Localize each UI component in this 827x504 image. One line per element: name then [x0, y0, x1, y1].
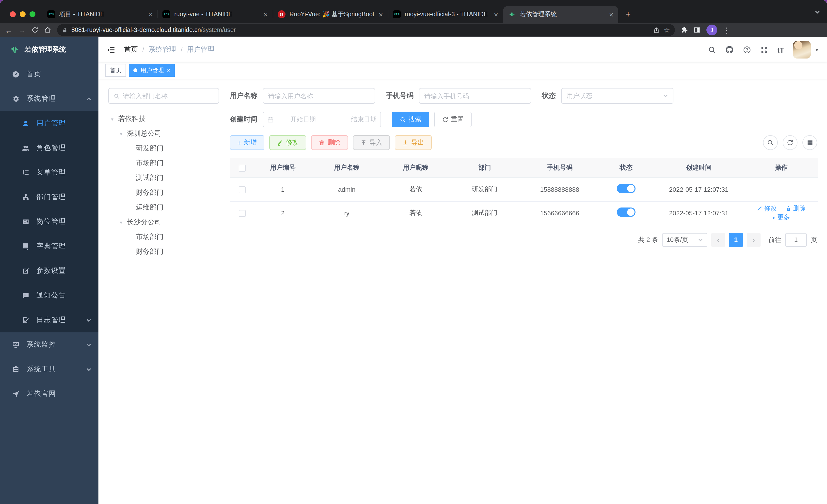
import-button[interactable]: 导入: [353, 135, 390, 150]
date-range-picker[interactable]: 开始日期 - 结束日期: [263, 112, 381, 127]
table-row[interactable]: 2 ry 若依 测试部门 15666666666 2022-05-17 12:0…: [230, 201, 818, 225]
caret-down-icon[interactable]: ▾: [109, 116, 115, 122]
tab-search-chevron-icon[interactable]: [815, 8, 820, 17]
breadcrumb-home[interactable]: 首页: [124, 45, 138, 54]
caret-down-icon[interactable]: ▾: [118, 131, 124, 136]
toggle-search-button[interactable]: [763, 135, 778, 150]
tree-node[interactable]: 财务部门: [108, 244, 219, 259]
user-avatar[interactable]: [793, 41, 811, 58]
tab-close-icon[interactable]: ×: [148, 11, 153, 18]
browser-tab-1[interactable]: <t> 项目 - TITANIDE ×: [42, 6, 157, 22]
tree-node[interactable]: 市场部门: [108, 156, 219, 171]
refresh-table-button[interactable]: [783, 135, 797, 150]
tag-close-icon[interactable]: ×: [167, 67, 170, 74]
sidebar-item-post[interactable]: 岗位管理: [0, 210, 98, 234]
export-button[interactable]: 导出: [395, 135, 432, 150]
dept-search-input[interactable]: [123, 92, 214, 100]
tree-node[interactable]: 财务部门: [108, 185, 219, 200]
fullscreen-icon[interactable]: [760, 46, 768, 54]
breadcrumb-user[interactable]: 用户管理: [187, 45, 214, 54]
share-icon[interactable]: [653, 27, 660, 33]
help-icon[interactable]: [743, 46, 751, 54]
back-button[interactable]: ←: [5, 26, 12, 34]
row-delete-link[interactable]: 删除: [786, 204, 806, 213]
browser-tab-3[interactable]: G RuoYi-Vue: 🎉 基于SpringBoot ×: [273, 6, 388, 22]
tab-close-icon[interactable]: ×: [379, 11, 383, 18]
status-toggle[interactable]: [617, 208, 635, 217]
tab-close-icon[interactable]: ×: [263, 11, 268, 18]
next-page-button[interactable]: ›: [747, 233, 761, 246]
reset-button[interactable]: 重置: [434, 112, 472, 127]
phone-input[interactable]: [424, 92, 526, 100]
page-1-button[interactable]: 1: [729, 233, 743, 246]
bookmark-star-icon[interactable]: ☆: [664, 26, 670, 34]
status-toggle[interactable]: [617, 184, 635, 193]
browser-tab-active[interactable]: 若依管理系统 ×: [503, 6, 618, 22]
tree-node[interactable]: 研发部门: [108, 141, 219, 156]
home-button[interactable]: [44, 26, 51, 34]
sidebar-item-config[interactable]: 参数设置: [0, 259, 98, 283]
kebab-menu-icon[interactable]: ⋮: [723, 26, 731, 34]
username-field[interactable]: [263, 88, 375, 104]
close-window-button[interactable]: [10, 11, 16, 17]
address-bar[interactable]: 8081-ruoyi-vue-official-3-demo.cloud.tit…: [57, 24, 675, 36]
font-size-icon[interactable]: tT: [777, 46, 784, 54]
new-tab-button[interactable]: +: [621, 7, 635, 21]
browser-tab-4[interactable]: <t> ruoyi-vue-official-3 - TITANIDE ×: [388, 6, 503, 22]
sidebar-item-system[interactable]: 系统管理: [0, 87, 98, 111]
table-row[interactable]: 1 admin 若依 研发部门 15888888888 2022-05-17 1…: [230, 177, 818, 201]
tree-node[interactable]: 市场部门: [108, 230, 219, 244]
select-all-checkbox[interactable]: [239, 164, 246, 171]
tag-user-active[interactable]: 用户管理 ×: [129, 64, 175, 77]
sidebar-item-dict[interactable]: 字典管理: [0, 234, 98, 259]
delete-button[interactable]: 删除: [311, 135, 348, 150]
status-select[interactable]: 用户状态: [561, 88, 673, 104]
columns-grid-button[interactable]: [802, 135, 817, 150]
tab-close-icon[interactable]: ×: [609, 11, 613, 18]
tree-node[interactable]: ▾深圳总公司: [108, 126, 219, 141]
row-checkbox[interactable]: [239, 210, 246, 217]
row-checkbox[interactable]: [239, 186, 246, 193]
edit-button[interactable]: 修改: [269, 135, 306, 150]
sidebar-item-menu[interactable]: 菜单管理: [0, 160, 98, 185]
sidebar-item-dept[interactable]: 部门管理: [0, 185, 98, 210]
minimize-window-button[interactable]: [20, 11, 26, 17]
dept-search-box[interactable]: [108, 88, 219, 104]
url-text[interactable]: 8081-ruoyi-vue-official-3-demo.cloud.tit…: [71, 26, 649, 34]
sidebar-item-monitor[interactable]: 系统监控: [0, 332, 98, 357]
sidebar-item-site[interactable]: 若依官网: [0, 382, 98, 406]
tag-home[interactable]: 首页: [105, 64, 126, 77]
sidebar-item-home[interactable]: 首页: [0, 62, 98, 87]
sidebar-item-role[interactable]: 角色管理: [0, 136, 98, 160]
caret-down-icon[interactable]: ▾: [118, 220, 124, 225]
phone-field[interactable]: [419, 88, 531, 104]
tree-node[interactable]: 运维部门: [108, 200, 219, 215]
breadcrumb-system[interactable]: 系统管理: [149, 45, 176, 54]
start-date[interactable]: 开始日期: [290, 115, 316, 124]
page-size-select[interactable]: 10条/页: [662, 233, 708, 246]
sidebar-item-log[interactable]: 日志管理: [0, 308, 98, 332]
window-controls[interactable]: [4, 6, 42, 22]
tree-node[interactable]: ▾若依科技: [108, 112, 219, 126]
goto-page-input[interactable]: [785, 233, 807, 246]
extensions-puzzle-icon[interactable]: [681, 26, 688, 34]
header-search-icon[interactable]: [708, 46, 716, 54]
row-edit-link[interactable]: 修改: [757, 204, 777, 213]
avatar-caret-icon[interactable]: ▾: [816, 47, 818, 52]
browser-tab-2[interactable]: <t> ruoyi-vue - TITANIDE ×: [157, 6, 273, 22]
tab-close-icon[interactable]: ×: [494, 11, 498, 18]
row-more-link[interactable]: »更多: [772, 213, 790, 222]
maximize-window-button[interactable]: [30, 11, 36, 17]
search-button[interactable]: 搜索: [392, 112, 429, 127]
github-icon[interactable]: [725, 45, 734, 54]
username-input[interactable]: [268, 92, 370, 100]
forward-button[interactable]: →: [18, 26, 26, 34]
add-button[interactable]: + 新增: [230, 135, 264, 150]
reload-button[interactable]: [32, 26, 38, 34]
end-date[interactable]: 结束日期: [351, 115, 377, 124]
browser-profile-avatar[interactable]: J: [707, 24, 717, 36]
sidebar-item-tool[interactable]: 系统工具: [0, 357, 98, 382]
tree-node[interactable]: 测试部门: [108, 171, 219, 185]
sidebar-fold-icon[interactable]: [98, 37, 123, 62]
side-panel-icon[interactable]: [694, 26, 700, 34]
